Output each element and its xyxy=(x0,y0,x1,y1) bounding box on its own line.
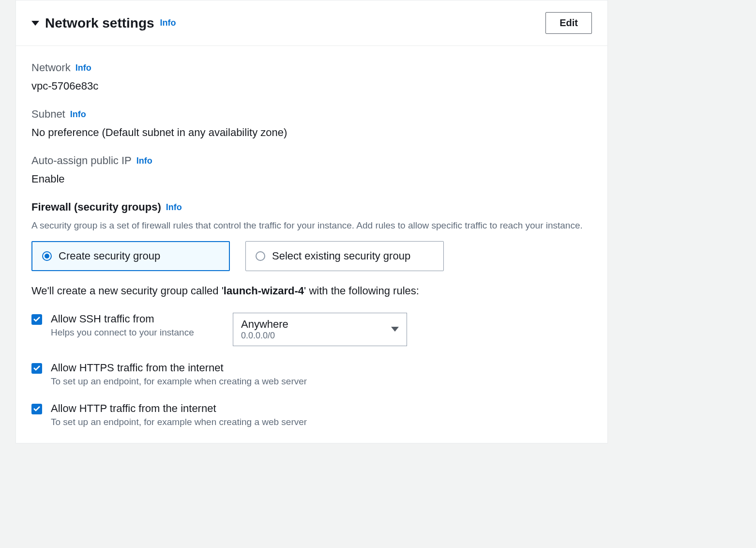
info-link-subnet[interactable]: Info xyxy=(70,109,86,120)
select-sg-radio[interactable]: Select existing security group xyxy=(245,241,444,271)
ssh-checkbox[interactable] xyxy=(31,314,42,325)
network-label: Network xyxy=(31,61,71,74)
auto-assign-field: Auto-assign public IP Info Enable xyxy=(31,154,592,185)
sg-create-note: We'll create a new security group called… xyxy=(31,285,592,297)
network-value: vpc-5706e83c xyxy=(31,80,592,92)
network-settings-panel: Network settings Info Edit Network Info … xyxy=(15,0,608,443)
info-link-firewall[interactable]: Info xyxy=(166,202,182,213)
subnet-field: Subnet Info No preference (Default subne… xyxy=(31,108,592,139)
radio-icon xyxy=(256,251,265,261)
firewall-section: Firewall (security groups) Info A securi… xyxy=(31,201,592,427)
auto-assign-label: Auto-assign public IP xyxy=(31,154,132,167)
caret-down-icon xyxy=(391,327,399,332)
network-field: Network Info vpc-5706e83c xyxy=(31,61,592,92)
ssh-source-secondary: 0.0.0.0/0 xyxy=(241,331,288,341)
firewall-description: A security group is a set of firewall ru… xyxy=(31,219,592,232)
ssh-rule-label: Allow SSH traffic from xyxy=(51,313,215,325)
panel-title: Network settings xyxy=(45,15,154,31)
ssh-source-primary: Anywhere xyxy=(241,318,288,331)
panel-title-row[interactable]: Network settings Info xyxy=(31,15,176,31)
radio-icon xyxy=(42,251,52,261)
ssh-rule-row: Allow SSH traffic from Helps you connect… xyxy=(31,313,592,346)
https-rule-label: Allow HTTPS traffic from the internet xyxy=(51,362,307,374)
ssh-rule-help: Helps you connect to your instance xyxy=(51,327,215,338)
sg-name: launch-wizard-4 xyxy=(224,285,304,297)
ssh-source-select[interactable]: Anywhere 0.0.0.0/0 xyxy=(233,313,407,346)
caret-down-icon xyxy=(31,21,39,26)
subnet-value: No preference (Default subnet in any ava… xyxy=(31,126,592,139)
http-rule-label: Allow HTTP traffic from the internet xyxy=(51,402,307,415)
panel-header: Network settings Info Edit xyxy=(16,0,607,46)
create-sg-label: Create security group xyxy=(59,250,160,262)
select-sg-label: Select existing security group xyxy=(272,250,410,262)
info-link-auto-assign[interactable]: Info xyxy=(136,156,152,166)
https-rule-help: To set up an endpoint, for example when … xyxy=(51,376,307,387)
create-sg-radio[interactable]: Create security group xyxy=(31,241,230,271)
http-rule-help: To set up an endpoint, for example when … xyxy=(51,417,307,427)
panel-body: Network Info vpc-5706e83c Subnet Info No… xyxy=(16,46,607,443)
edit-button[interactable]: Edit xyxy=(545,12,592,34)
https-checkbox[interactable] xyxy=(31,363,42,374)
sg-radio-group: Create security group Select existing se… xyxy=(31,241,592,271)
http-checkbox[interactable] xyxy=(31,404,42,414)
http-rule-row: Allow HTTP traffic from the internet To … xyxy=(31,402,592,427)
auto-assign-value: Enable xyxy=(31,173,592,185)
check-icon xyxy=(33,406,40,411)
info-link-header[interactable]: Info xyxy=(160,18,176,28)
subnet-label: Subnet xyxy=(31,108,65,121)
check-icon xyxy=(33,317,40,322)
check-icon xyxy=(33,365,40,371)
info-link-network[interactable]: Info xyxy=(76,63,91,73)
https-rule-row: Allow HTTPS traffic from the internet To… xyxy=(31,362,592,387)
firewall-heading: Firewall (security groups) xyxy=(31,201,161,213)
